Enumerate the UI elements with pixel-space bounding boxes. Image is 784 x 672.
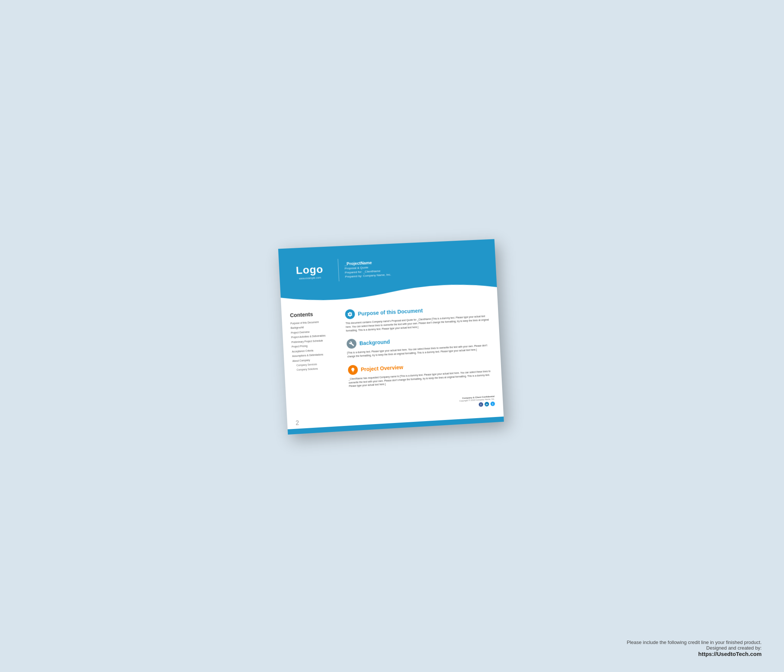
background-title: Background: [359, 339, 390, 347]
purpose-icon-circle: [345, 309, 355, 319]
contents-title: Contents: [290, 310, 339, 319]
credit-url: https://UsedtoTech.com: [627, 651, 762, 657]
facebook-icon: f: [479, 402, 483, 407]
overview-title: Project Overview: [361, 364, 403, 372]
logo-area: Logo www.example.com: [287, 263, 333, 280]
background-icon-circle: [347, 339, 356, 349]
linkedin-icon: in: [485, 402, 489, 406]
credit-line2: Designed and created by:: [627, 645, 762, 651]
gear-icon: [347, 311, 353, 317]
credit-section: Please include the following credit line…: [627, 639, 762, 657]
logo-url: www.example.com: [299, 276, 321, 280]
header-divider: [338, 259, 339, 281]
main-content: Purpose of this Document This document c…: [345, 302, 494, 395]
twitter-icon: t: [490, 401, 495, 406]
toc-item-solutions: Company Solutions: [293, 366, 342, 372]
section-purpose: Purpose of this Document This document c…: [345, 302, 491, 333]
bulb-icon: [350, 367, 356, 373]
social-icons: f in t: [479, 401, 495, 406]
page-body: Contents Purpose of this Document Backgr…: [281, 294, 502, 404]
document-page: Logo www.example.com _ProjectName Propos…: [278, 239, 504, 434]
header-info: _ProjectName Proposal & Quote Prepared f…: [344, 259, 391, 278]
section-background: Background [This is a dummy text. Please…: [347, 331, 492, 358]
logo-text: Logo: [296, 263, 324, 277]
overview-icon-circle: [348, 365, 358, 375]
sidebar: Contents Purpose of this Document Backgr…: [290, 310, 343, 398]
wrench-icon: [349, 341, 354, 347]
section-overview: Project Overview _ClientName has request…: [348, 357, 494, 388]
purpose-title: Purpose of this Document: [358, 308, 423, 317]
credit-line1: Please include the following credit line…: [627, 639, 762, 645]
